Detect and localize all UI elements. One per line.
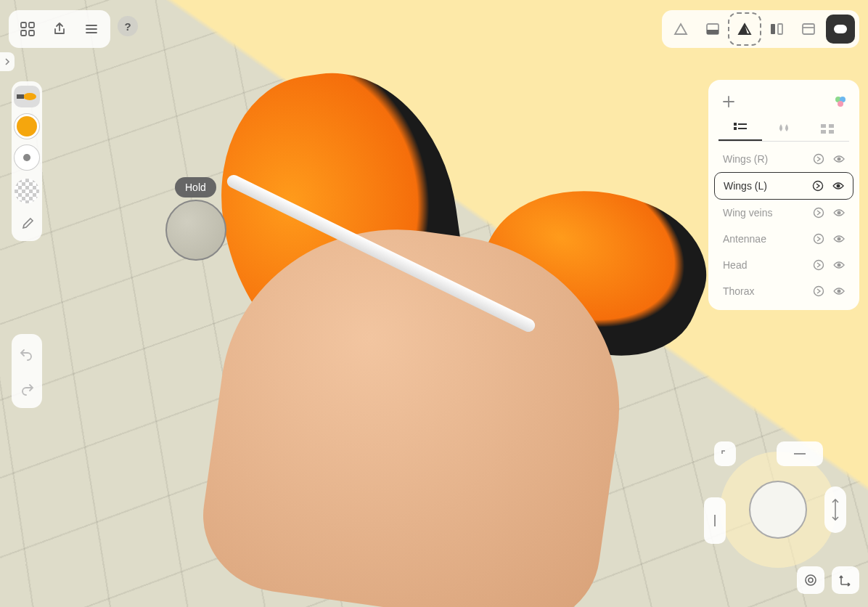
layers-panel-tabs (718, 116, 849, 142)
svg-point-34 (814, 287, 824, 296)
updown-arrow-icon (830, 497, 841, 523)
layer-row[interactable]: Head (714, 252, 853, 278)
window-icon (801, 22, 816, 36)
arrow-circle-icon[interactable] (813, 259, 824, 271)
svg-point-35 (838, 290, 841, 293)
minus-icon (793, 452, 807, 456)
svg-point-32 (814, 261, 824, 270)
svg-rect-21 (829, 124, 834, 128)
view-mode-wireframe[interactable] (666, 15, 695, 44)
tab-materials[interactable] (762, 116, 806, 141)
arrow-circle-icon[interactable] (813, 285, 824, 297)
svg-rect-8 (803, 24, 814, 34)
view-mode-shaded[interactable] (698, 15, 727, 44)
compass-corner-button[interactable] (714, 441, 736, 466)
picker-icon (20, 217, 34, 232)
help-button[interactable]: ? (118, 16, 138, 36)
plus-icon (721, 94, 736, 109)
arrow-circle-icon[interactable] (813, 233, 824, 245)
help-label: ? (124, 20, 131, 33)
chevron-right-icon (4, 57, 10, 66)
vbar-icon (713, 513, 717, 528)
svg-rect-20 (821, 124, 826, 128)
view-mode-mirror[interactable] (762, 15, 791, 44)
svg-rect-10 (834, 25, 847, 33)
svg-rect-16 (734, 123, 737, 126)
palette-logo[interactable] (833, 94, 848, 109)
left-toolbar (12, 81, 42, 241)
target-icon (803, 573, 818, 587)
menu-button[interactable] (77, 15, 106, 44)
size-dot-icon (23, 154, 30, 161)
layer-name: Wings (R) (723, 153, 768, 165)
svg-rect-0 (21, 23, 26, 28)
groups-icon (820, 123, 835, 134)
axes-button[interactable] (832, 566, 859, 594)
compass-right-button[interactable] (824, 486, 846, 533)
view-mode-window[interactable] (794, 15, 823, 44)
eye-icon[interactable] (833, 207, 845, 219)
dark-bottom-icon (705, 22, 720, 36)
layer-row[interactable]: Antennae (714, 226, 853, 252)
svg-rect-2 (21, 30, 26, 36)
svg-point-38 (806, 575, 816, 585)
svg-point-26 (814, 182, 823, 191)
eye-icon[interactable] (833, 259, 845, 271)
svg-rect-7 (778, 24, 782, 34)
layer-row[interactable]: Wings (L) (714, 172, 853, 200)
svg-rect-22 (821, 130, 826, 134)
undo-button[interactable] (15, 341, 39, 366)
view-mode-textured[interactable] (730, 15, 759, 44)
compass-top-button[interactable] (777, 441, 823, 466)
undo-icon (19, 346, 35, 362)
layer-row[interactable]: Wings (R) (714, 146, 853, 172)
expand-sidebar-tab[interactable] (0, 52, 15, 71)
menu-icon (84, 22, 99, 36)
redo-button[interactable] (15, 376, 39, 401)
svg-rect-3 (29, 30, 34, 36)
eye-icon[interactable] (833, 153, 845, 165)
compass-center[interactable] (749, 481, 807, 539)
layer-name: Thorax (723, 285, 755, 297)
eye-icon[interactable] (832, 180, 844, 192)
compass-left-button[interactable] (704, 497, 726, 544)
svg-point-24 (814, 155, 824, 164)
add-layer-button[interactable] (720, 93, 737, 110)
svg-point-27 (837, 184, 840, 188)
layers-panel: Wings (R) Wings (L) Wing veins Antennae … (708, 80, 859, 310)
svg-rect-6 (771, 24, 775, 34)
layer-name: Wing veins (723, 207, 772, 219)
layer-row[interactable]: Thorax (714, 278, 853, 304)
svg-point-30 (814, 235, 824, 244)
layer-row[interactable]: Wing veins (714, 200, 853, 226)
layer-name: Antennae (723, 233, 766, 245)
navigation-compass[interactable] (720, 452, 836, 568)
eyedropper-button[interactable] (15, 212, 39, 237)
svg-rect-17 (738, 123, 747, 125)
triangle-outline-icon (673, 22, 688, 36)
apps-grid-button[interactable] (13, 15, 42, 44)
svg-point-29 (838, 211, 841, 215)
arrow-circle-icon[interactable] (813, 153, 824, 165)
axes-icon (838, 573, 853, 587)
tab-groups[interactable] (806, 116, 849, 141)
brush-tool[interactable] (14, 86, 40, 107)
brush-icon (17, 90, 37, 103)
brush-size-button[interactable] (15, 145, 39, 170)
share-button[interactable] (45, 15, 74, 44)
view-mode-pill[interactable] (826, 15, 855, 44)
recenter-button[interactable] (797, 566, 824, 594)
arrow-circle-icon[interactable] (812, 180, 824, 192)
eye-icon[interactable] (833, 233, 845, 245)
mirror-icon (769, 22, 784, 36)
arrow-circle-icon[interactable] (813, 207, 824, 219)
tab-layers[interactable] (718, 116, 762, 141)
undo-redo-group (12, 334, 42, 408)
svg-rect-18 (734, 127, 737, 130)
eye-icon[interactable] (833, 285, 845, 297)
opacity-button[interactable] (15, 179, 39, 203)
svg-rect-12 (17, 94, 24, 99)
color-picker-button[interactable] (17, 116, 37, 137)
layer-name: Head (723, 259, 747, 271)
drop-icon (777, 123, 791, 134)
